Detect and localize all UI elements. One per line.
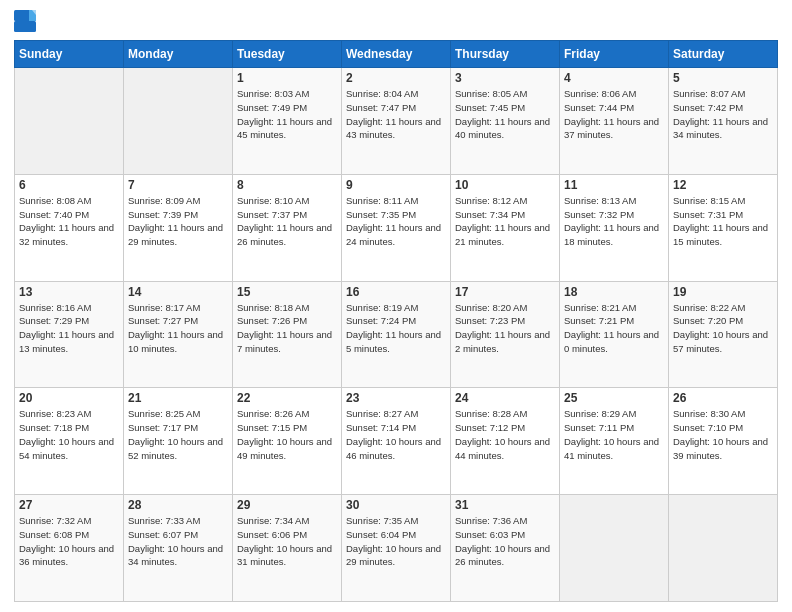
day-info: Sunrise: 8:08 AM Sunset: 7:40 PM Dayligh…: [19, 194, 119, 249]
day-info: Sunrise: 7:33 AM Sunset: 6:07 PM Dayligh…: [128, 514, 228, 569]
calendar-cell: [560, 495, 669, 602]
calendar-cell: 16Sunrise: 8:19 AM Sunset: 7:24 PM Dayli…: [342, 281, 451, 388]
day-number: 13: [19, 285, 119, 299]
day-info: Sunrise: 8:30 AM Sunset: 7:10 PM Dayligh…: [673, 407, 773, 462]
day-number: 10: [455, 178, 555, 192]
calendar-cell: 9Sunrise: 8:11 AM Sunset: 7:35 PM Daylig…: [342, 174, 451, 281]
day-info: Sunrise: 8:15 AM Sunset: 7:31 PM Dayligh…: [673, 194, 773, 249]
calendar-week-3: 13Sunrise: 8:16 AM Sunset: 7:29 PM Dayli…: [15, 281, 778, 388]
day-info: Sunrise: 8:16 AM Sunset: 7:29 PM Dayligh…: [19, 301, 119, 356]
day-number: 5: [673, 71, 773, 85]
day-number: 20: [19, 391, 119, 405]
day-number: 31: [455, 498, 555, 512]
calendar-cell: 7Sunrise: 8:09 AM Sunset: 7:39 PM Daylig…: [124, 174, 233, 281]
day-info: Sunrise: 8:04 AM Sunset: 7:47 PM Dayligh…: [346, 87, 446, 142]
calendar-header-friday: Friday: [560, 41, 669, 68]
day-info: Sunrise: 8:28 AM Sunset: 7:12 PM Dayligh…: [455, 407, 555, 462]
day-info: Sunrise: 8:03 AM Sunset: 7:49 PM Dayligh…: [237, 87, 337, 142]
day-number: 17: [455, 285, 555, 299]
calendar-header-thursday: Thursday: [451, 41, 560, 68]
day-number: 30: [346, 498, 446, 512]
day-number: 24: [455, 391, 555, 405]
calendar-cell: 31Sunrise: 7:36 AM Sunset: 6:03 PM Dayli…: [451, 495, 560, 602]
calendar-week-5: 27Sunrise: 7:32 AM Sunset: 6:08 PM Dayli…: [15, 495, 778, 602]
day-info: Sunrise: 8:12 AM Sunset: 7:34 PM Dayligh…: [455, 194, 555, 249]
calendar-cell: 11Sunrise: 8:13 AM Sunset: 7:32 PM Dayli…: [560, 174, 669, 281]
calendar-cell: 1Sunrise: 8:03 AM Sunset: 7:49 PM Daylig…: [233, 68, 342, 175]
calendar-header-saturday: Saturday: [669, 41, 778, 68]
day-info: Sunrise: 8:19 AM Sunset: 7:24 PM Dayligh…: [346, 301, 446, 356]
calendar-cell: 20Sunrise: 8:23 AM Sunset: 7:18 PM Dayli…: [15, 388, 124, 495]
calendar-header-row: SundayMondayTuesdayWednesdayThursdayFrid…: [15, 41, 778, 68]
day-info: Sunrise: 8:11 AM Sunset: 7:35 PM Dayligh…: [346, 194, 446, 249]
calendar-week-1: 1Sunrise: 8:03 AM Sunset: 7:49 PM Daylig…: [15, 68, 778, 175]
calendar-cell: 10Sunrise: 8:12 AM Sunset: 7:34 PM Dayli…: [451, 174, 560, 281]
logo-icon: [14, 10, 36, 32]
day-info: Sunrise: 8:26 AM Sunset: 7:15 PM Dayligh…: [237, 407, 337, 462]
calendar-cell: 2Sunrise: 8:04 AM Sunset: 7:47 PM Daylig…: [342, 68, 451, 175]
day-number: 11: [564, 178, 664, 192]
calendar-cell: 22Sunrise: 8:26 AM Sunset: 7:15 PM Dayli…: [233, 388, 342, 495]
svg-rect-1: [14, 21, 36, 32]
day-info: Sunrise: 8:09 AM Sunset: 7:39 PM Dayligh…: [128, 194, 228, 249]
calendar-table: SundayMondayTuesdayWednesdayThursdayFrid…: [14, 40, 778, 602]
calendar-cell: [15, 68, 124, 175]
calendar-header-tuesday: Tuesday: [233, 41, 342, 68]
calendar-cell: 26Sunrise: 8:30 AM Sunset: 7:10 PM Dayli…: [669, 388, 778, 495]
calendar-cell: 19Sunrise: 8:22 AM Sunset: 7:20 PM Dayli…: [669, 281, 778, 388]
day-info: Sunrise: 8:25 AM Sunset: 7:17 PM Dayligh…: [128, 407, 228, 462]
calendar-week-2: 6Sunrise: 8:08 AM Sunset: 7:40 PM Daylig…: [15, 174, 778, 281]
day-info: Sunrise: 7:35 AM Sunset: 6:04 PM Dayligh…: [346, 514, 446, 569]
calendar-cell: 25Sunrise: 8:29 AM Sunset: 7:11 PM Dayli…: [560, 388, 669, 495]
day-info: Sunrise: 8:23 AM Sunset: 7:18 PM Dayligh…: [19, 407, 119, 462]
calendar-cell: 4Sunrise: 8:06 AM Sunset: 7:44 PM Daylig…: [560, 68, 669, 175]
calendar-cell: 21Sunrise: 8:25 AM Sunset: 7:17 PM Dayli…: [124, 388, 233, 495]
calendar-header-wednesday: Wednesday: [342, 41, 451, 68]
day-info: Sunrise: 7:36 AM Sunset: 6:03 PM Dayligh…: [455, 514, 555, 569]
day-number: 22: [237, 391, 337, 405]
day-number: 25: [564, 391, 664, 405]
day-number: 8: [237, 178, 337, 192]
day-info: Sunrise: 8:06 AM Sunset: 7:44 PM Dayligh…: [564, 87, 664, 142]
day-info: Sunrise: 8:27 AM Sunset: 7:14 PM Dayligh…: [346, 407, 446, 462]
day-number: 14: [128, 285, 228, 299]
day-number: 4: [564, 71, 664, 85]
day-number: 23: [346, 391, 446, 405]
header: [14, 10, 778, 32]
day-number: 12: [673, 178, 773, 192]
calendar-week-4: 20Sunrise: 8:23 AM Sunset: 7:18 PM Dayli…: [15, 388, 778, 495]
day-info: Sunrise: 8:21 AM Sunset: 7:21 PM Dayligh…: [564, 301, 664, 356]
calendar-cell: 15Sunrise: 8:18 AM Sunset: 7:26 PM Dayli…: [233, 281, 342, 388]
day-info: Sunrise: 7:32 AM Sunset: 6:08 PM Dayligh…: [19, 514, 119, 569]
calendar-cell: 30Sunrise: 7:35 AM Sunset: 6:04 PM Dayli…: [342, 495, 451, 602]
calendar-cell: 3Sunrise: 8:05 AM Sunset: 7:45 PM Daylig…: [451, 68, 560, 175]
calendar-cell: 6Sunrise: 8:08 AM Sunset: 7:40 PM Daylig…: [15, 174, 124, 281]
day-info: Sunrise: 8:18 AM Sunset: 7:26 PM Dayligh…: [237, 301, 337, 356]
logo: [14, 10, 40, 32]
day-number: 6: [19, 178, 119, 192]
day-number: 1: [237, 71, 337, 85]
day-info: Sunrise: 8:29 AM Sunset: 7:11 PM Dayligh…: [564, 407, 664, 462]
day-info: Sunrise: 7:34 AM Sunset: 6:06 PM Dayligh…: [237, 514, 337, 569]
day-number: 19: [673, 285, 773, 299]
day-number: 27: [19, 498, 119, 512]
day-number: 29: [237, 498, 337, 512]
calendar-cell: 14Sunrise: 8:17 AM Sunset: 7:27 PM Dayli…: [124, 281, 233, 388]
calendar-cell: 8Sunrise: 8:10 AM Sunset: 7:37 PM Daylig…: [233, 174, 342, 281]
calendar-cell: 24Sunrise: 8:28 AM Sunset: 7:12 PM Dayli…: [451, 388, 560, 495]
day-number: 2: [346, 71, 446, 85]
calendar-cell: 23Sunrise: 8:27 AM Sunset: 7:14 PM Dayli…: [342, 388, 451, 495]
day-info: Sunrise: 8:07 AM Sunset: 7:42 PM Dayligh…: [673, 87, 773, 142]
day-info: Sunrise: 8:10 AM Sunset: 7:37 PM Dayligh…: [237, 194, 337, 249]
day-number: 16: [346, 285, 446, 299]
calendar-cell: 28Sunrise: 7:33 AM Sunset: 6:07 PM Dayli…: [124, 495, 233, 602]
calendar-cell: 29Sunrise: 7:34 AM Sunset: 6:06 PM Dayli…: [233, 495, 342, 602]
day-info: Sunrise: 8:22 AM Sunset: 7:20 PM Dayligh…: [673, 301, 773, 356]
day-info: Sunrise: 8:20 AM Sunset: 7:23 PM Dayligh…: [455, 301, 555, 356]
day-number: 9: [346, 178, 446, 192]
day-number: 26: [673, 391, 773, 405]
day-number: 28: [128, 498, 228, 512]
calendar-cell: 18Sunrise: 8:21 AM Sunset: 7:21 PM Dayli…: [560, 281, 669, 388]
calendar-cell: 13Sunrise: 8:16 AM Sunset: 7:29 PM Dayli…: [15, 281, 124, 388]
day-number: 21: [128, 391, 228, 405]
